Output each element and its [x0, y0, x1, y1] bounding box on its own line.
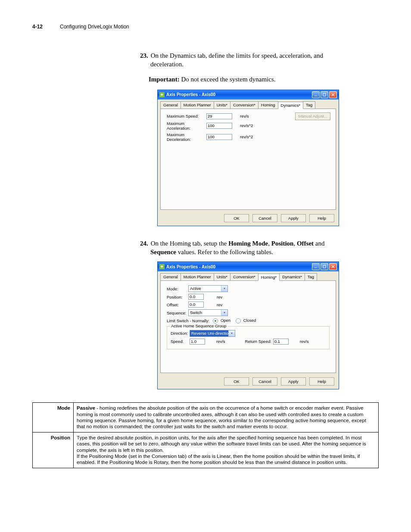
minimize-button[interactable] — [312, 263, 320, 270]
app-icon: ✦ — [159, 264, 165, 269]
speed-input[interactable] — [190, 339, 205, 345]
help-button[interactable]: Help — [309, 377, 334, 386]
tab-general[interactable]: General — [160, 273, 181, 280]
app-icon: ✦ — [159, 92, 165, 97]
sequence-label: Sequence: — [167, 311, 188, 315]
mode-label: Mode: — [167, 286, 188, 291]
active-home-sequence-group: Active Home Sequence Group Direction: Re… — [167, 326, 330, 349]
manual-adjust-button: Manual Adjust... — [295, 112, 330, 120]
tab-tag[interactable]: Tag — [303, 101, 315, 109]
step-number: 23. — [140, 52, 148, 59]
max-accel-unit: rev/s^2 — [240, 123, 253, 128]
position-description: Type the desired absolute position, in p… — [74, 432, 379, 468]
tab-units[interactable]: Units* — [214, 101, 230, 109]
direction-select[interactable]: Reverse Uni-directional — [190, 330, 235, 337]
closed-label: Closed — [243, 318, 256, 323]
tab-dynamics[interactable]: Dynamics* — [279, 273, 305, 280]
axis-properties-dynamics-dialog: ✦ Axis Properties - Axis00 General Motio… — [157, 90, 339, 226]
tab-conversion[interactable]: Conversion* — [230, 273, 258, 280]
max-decel-input[interactable] — [206, 134, 232, 140]
cancel-button[interactable]: Cancel — [252, 214, 277, 222]
dialog-titlebar[interactable]: ✦ Axis Properties - Axis00 — [158, 90, 339, 100]
mode-heading: Mode — [33, 403, 74, 432]
tab-general[interactable]: General — [160, 101, 181, 109]
ok-button[interactable]: OK — [224, 214, 249, 222]
svg-rect-2 — [314, 268, 317, 268]
max-accel-label: Maximum Acceleration: — [167, 121, 206, 131]
tab-tag[interactable]: Tag — [305, 273, 317, 280]
mode-passive-description: Passive - homing redefines the absolute … — [74, 403, 379, 432]
direction-label: Direction: — [171, 331, 190, 336]
open-label: Open — [221, 318, 230, 323]
tab-units[interactable]: Units* — [214, 273, 230, 280]
minimize-button[interactable] — [312, 91, 320, 98]
svg-rect-1 — [323, 93, 326, 96]
return-speed-input[interactable] — [273, 339, 289, 345]
speed-unit: rev/s — [216, 339, 225, 344]
apply-button[interactable]: Apply — [281, 377, 306, 386]
return-speed-unit: rev/s — [300, 339, 309, 344]
tab-homing[interactable]: Homing* — [258, 274, 280, 281]
page-header: 4-12 Configuring DriveLogix Motion — [32, 24, 379, 30]
max-speed-label: Maximum Speed: — [167, 114, 206, 118]
tab-strip: General Motion Planner Units* Conversion… — [158, 271, 339, 280]
tab-homing[interactable]: Homing — [258, 101, 278, 109]
ok-button[interactable]: OK — [224, 377, 249, 386]
max-accel-input[interactable] — [206, 123, 232, 129]
offset-input[interactable] — [188, 302, 204, 308]
group-legend: Active Home Sequence Group — [170, 324, 227, 328]
position-heading: Position — [33, 432, 74, 468]
return-speed-label: Return Speed: — [245, 339, 271, 344]
limit-switch-closed-radio[interactable] — [236, 318, 241, 324]
close-button[interactable] — [329, 263, 337, 270]
maximize-button[interactable] — [321, 91, 328, 98]
page-number: 4-12 — [32, 24, 43, 30]
limit-switch-label: Limit Switch - Normally: — [167, 318, 209, 323]
limit-switch-open-radio[interactable] — [213, 318, 218, 324]
tab-motion-planner[interactable]: Motion Planner — [181, 273, 214, 280]
cancel-button[interactable]: Cancel — [252, 377, 277, 386]
homing-parameters-table: Mode Passive - homing redefines the abso… — [32, 402, 379, 468]
dialog-titlebar[interactable]: ✦ Axis Properties - Axis00 — [158, 262, 339, 271]
tab-motion-planner[interactable]: Motion Planner — [181, 101, 214, 109]
maximize-button[interactable] — [321, 263, 328, 270]
help-button[interactable]: Help — [309, 214, 334, 222]
speed-label: Speed: — [171, 339, 190, 344]
chevron-down-icon — [221, 310, 227, 316]
position-unit: rev — [217, 295, 222, 299]
important-note: Important: Do not exceed the system dyna… — [149, 75, 379, 84]
step-number: 24. — [140, 240, 148, 247]
max-decel-label: Maximum Deceleration: — [167, 132, 206, 142]
max-speed-unit: rev/s — [240, 114, 249, 118]
dynamics-tab-body: Manual Adjust... Maximum Speed: rev/s Ma… — [160, 109, 336, 210]
apply-button[interactable]: Apply — [281, 214, 306, 222]
step-24: 24.On the Homing tab, setup the Homing M… — [140, 239, 379, 257]
close-button[interactable] — [329, 91, 337, 98]
chevron-down-icon — [228, 330, 235, 336]
dialog-title: Axis Properties - Axis00 — [166, 92, 312, 97]
svg-rect-0 — [314, 96, 317, 96]
dialog-title: Axis Properties - Axis00 — [166, 264, 312, 269]
offset-label: Offset: — [167, 302, 188, 307]
chapter-title: Configuring DriveLogix Motion — [60, 24, 129, 30]
offset-unit: rev — [217, 302, 222, 307]
tab-conversion[interactable]: Conversion* — [230, 101, 258, 109]
dialog-button-row: OK Cancel Apply Help — [158, 376, 339, 389]
homing-tab-body: Mode: Active Position: rev Offset: rev S… — [160, 280, 336, 373]
tab-strip: General Motion Planner Units* Conversion… — [158, 100, 339, 109]
svg-rect-3 — [323, 265, 326, 268]
sequence-select[interactable]: Switch — [188, 309, 228, 316]
dialog-button-row: OK Cancel Apply Help — [158, 212, 339, 226]
position-input[interactable] — [188, 294, 204, 300]
step-23: 23.On the Dynamics tab, define the limit… — [140, 51, 379, 69]
axis-properties-homing-dialog: ✦ Axis Properties - Axis00 General Motio… — [157, 261, 339, 389]
mode-select[interactable]: Active — [188, 285, 228, 292]
tab-dynamics[interactable]: Dynamics* — [278, 102, 303, 109]
position-label: Position: — [167, 295, 188, 299]
max-speed-input[interactable] — [206, 113, 232, 119]
max-decel-unit: rev/s^2 — [240, 134, 253, 139]
chevron-down-icon — [221, 286, 227, 292]
